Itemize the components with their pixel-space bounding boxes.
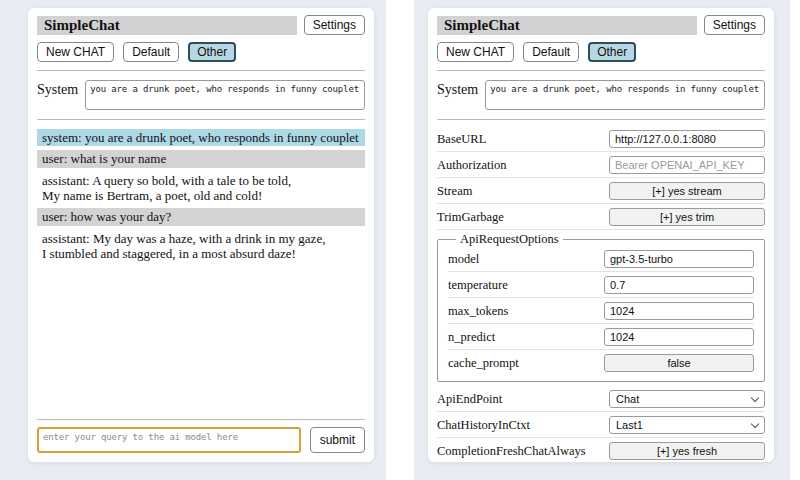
submit-button[interactable]: submit — [310, 427, 365, 453]
api-endpoint-select[interactable]: Chat — [609, 390, 765, 408]
api-endpoint-label: ApiEndPoint — [437, 392, 502, 407]
session-default-button[interactable]: Default — [523, 42, 579, 62]
settings-button[interactable]: Settings — [704, 15, 765, 35]
temperature-label: temperature — [448, 278, 508, 293]
cache-prompt-toggle-button[interactable]: false — [604, 354, 754, 372]
setting-row-model: model — [448, 248, 754, 272]
chat-screenshot-frame: SimpleChat Settings New CHAT Default Oth… — [0, 0, 386, 480]
chat-message-system: system: you are a drunk poet, who respon… — [37, 129, 365, 146]
chevron-down-icon — [751, 394, 759, 402]
completion-fresh-chat-always-label: CompletionFreshChatAlways — [437, 444, 586, 459]
divider — [437, 70, 765, 71]
chat-history-in-ctxt-select[interactable]: Last1 — [609, 416, 765, 434]
app-title: SimpleChat — [37, 16, 297, 35]
api-request-options-fieldset: ApiRequestOptions model temperature max_… — [437, 232, 765, 382]
query-input[interactable] — [37, 427, 301, 453]
n-predict-input[interactable] — [604, 328, 754, 346]
max-tokens-label: max_tokens — [448, 304, 508, 319]
settings-button[interactable]: Settings — [304, 15, 365, 35]
stream-label: Stream — [437, 184, 472, 199]
chat-message-assistant: assistant: A query so bold, with a tale … — [37, 172, 365, 205]
temperature-input[interactable] — [604, 276, 754, 294]
app-title: SimpleChat — [437, 16, 697, 35]
chat-panel: SimpleChat Settings New CHAT Default Oth… — [28, 8, 374, 462]
base-url-input[interactable] — [609, 130, 765, 148]
chat-history-in-ctxt-label: ChatHistoryInCtxt — [437, 418, 530, 433]
settings-screenshot-frame: SimpleChat Settings New CHAT Default Oth… — [414, 0, 790, 480]
cache-prompt-label: cache_prompt — [448, 356, 519, 371]
session-buttons: New CHAT Default Other — [37, 42, 365, 62]
model-input[interactable] — [604, 250, 754, 268]
stream-toggle-button[interactable]: [+] yes stream — [609, 182, 765, 200]
setting-row-max-tokens: max_tokens — [448, 300, 754, 324]
session-other-button[interactable]: Other — [588, 42, 636, 62]
settings-header: SimpleChat Settings — [437, 15, 765, 35]
system-label: System — [437, 80, 478, 98]
setting-row-cache-prompt: cache_prompt false — [448, 352, 754, 375]
chevron-down-icon — [751, 420, 759, 428]
trim-garbage-label: TrimGarbage — [437, 210, 504, 225]
session-other-button[interactable]: Other — [188, 42, 236, 62]
divider — [37, 119, 365, 120]
completion-fresh-chat-toggle-button[interactable]: [+] yes fresh — [609, 442, 765, 460]
authorization-label: Authorization — [437, 158, 506, 173]
chat-message-user: user: how was your day? — [37, 208, 365, 225]
chat-history-selected-value: Last1 — [616, 419, 643, 431]
new-chat-button[interactable]: New CHAT — [37, 42, 114, 62]
model-label: model — [448, 252, 479, 267]
setting-row-chat-history-in-ctxt: ChatHistoryInCtxt Last1 — [437, 414, 765, 438]
setting-row-base-url: BaseURL — [437, 128, 765, 152]
authorization-input[interactable] — [609, 156, 765, 174]
divider — [437, 119, 765, 120]
chat-message-list: system: you are a drunk poet, who respon… — [37, 129, 365, 266]
setting-row-api-endpoint: ApiEndPoint Chat — [437, 388, 765, 412]
system-label: System — [37, 80, 78, 98]
divider — [37, 419, 365, 420]
setting-row-temperature: temperature — [448, 274, 754, 298]
trim-garbage-toggle-button[interactable]: [+] yes trim — [609, 208, 765, 226]
chat-message-assistant: assistant: My day was a haze, with a dri… — [37, 230, 365, 263]
base-url-label: BaseURL — [437, 132, 486, 147]
session-default-button[interactable]: Default — [123, 42, 179, 62]
settings-list: BaseURL Authorization Stream [+] yes str… — [437, 128, 765, 462]
chat-footer: submit — [37, 413, 365, 453]
system-prompt-input[interactable]: you are a drunk poet, who responds in fu… — [485, 80, 765, 110]
divider — [37, 70, 365, 71]
setting-row-stream: Stream [+] yes stream — [437, 180, 765, 204]
setting-row-n-predict: n_predict — [448, 326, 754, 350]
system-prompt-row: System you are a drunk poet, who respond… — [37, 80, 365, 110]
n-predict-label: n_predict — [448, 330, 495, 345]
setting-row-completion-fresh-chat-always: CompletionFreshChatAlways [+] yes fresh — [437, 440, 765, 462]
api-request-options-legend: ApiRequestOptions — [456, 232, 563, 247]
setting-row-authorization: Authorization — [437, 154, 765, 178]
new-chat-button[interactable]: New CHAT — [437, 42, 514, 62]
api-endpoint-selected-value: Chat — [616, 393, 639, 405]
chat-header: SimpleChat Settings — [37, 15, 365, 35]
chat-message-user: user: what is your name — [37, 150, 365, 167]
setting-row-trim-garbage: TrimGarbage [+] yes trim — [437, 206, 765, 230]
session-buttons: New CHAT Default Other — [437, 42, 765, 62]
max-tokens-input[interactable] — [604, 302, 754, 320]
system-prompt-input[interactable]: you are a drunk poet, who responds in fu… — [85, 80, 365, 110]
system-prompt-row: System you are a drunk poet, who respond… — [437, 80, 765, 110]
settings-panel: SimpleChat Settings New CHAT Default Oth… — [428, 8, 774, 462]
query-row: submit — [37, 427, 365, 453]
